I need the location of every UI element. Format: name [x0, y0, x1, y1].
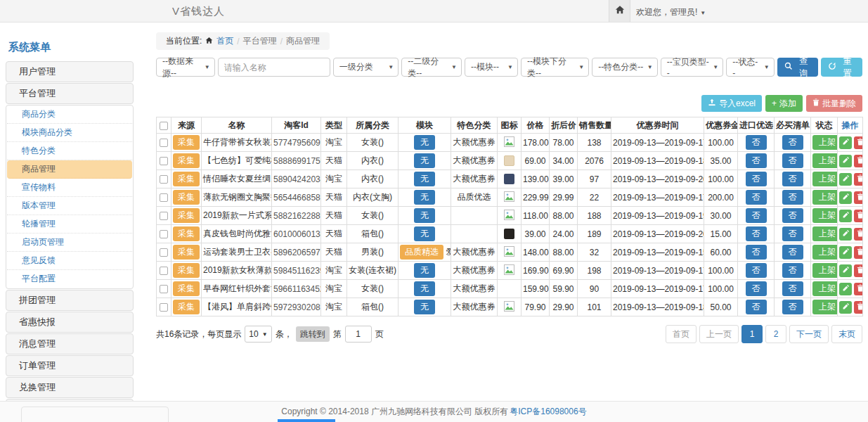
edit-button[interactable]: [839, 191, 852, 204]
row-checkbox[interactable]: [160, 285, 168, 293]
import-excel-button[interactable]: 导入excel: [701, 95, 762, 112]
must-buy-toggle-button[interactable]: 否: [782, 153, 803, 168]
filter-select-8[interactable]: --状态--▼: [726, 58, 774, 77]
add-button[interactable]: + 添加: [765, 95, 803, 112]
status-button[interactable]: 上架: [812, 281, 838, 296]
delete-button[interactable]: [854, 301, 863, 314]
page-button-首页[interactable]: 首页: [666, 325, 697, 343]
edit-button[interactable]: [839, 210, 852, 222]
imported-toggle-button[interactable]: 否: [746, 300, 767, 314]
module-none-button[interactable]: 无: [414, 300, 435, 314]
module-none-button[interactable]: 无: [414, 135, 435, 150]
module-none-button[interactable]: 无: [414, 153, 435, 168]
sidebar-subitem-1[interactable]: 商品分类: [7, 106, 132, 124]
sidebar-subitem-3[interactable]: 特色分类: [7, 142, 132, 160]
filter-select-3[interactable]: --二级分类--▼: [401, 58, 462, 77]
delete-button[interactable]: [854, 210, 863, 222]
sidebar-subitem-2[interactable]: 模块商品分类: [7, 124, 132, 142]
home-button[interactable]: [609, 0, 630, 22]
must-buy-toggle-button[interactable]: 否: [782, 226, 803, 241]
sidebar-subitem-6[interactable]: 版本管理: [7, 197, 132, 215]
sidebar-subitem-9[interactable]: 意见反馈: [7, 252, 132, 270]
filter-select-2[interactable]: 一级分类▼: [333, 58, 399, 77]
row-checkbox[interactable]: [160, 303, 168, 312]
imported-toggle-button[interactable]: 否: [746, 172, 767, 186]
imported-toggle-button[interactable]: 否: [746, 263, 767, 278]
delete-button[interactable]: [854, 136, 863, 149]
row-checkbox[interactable]: [160, 175, 168, 184]
sidebar-subitem-10[interactable]: 平台配置: [7, 270, 132, 288]
module-none-button[interactable]: 无: [414, 226, 435, 241]
row-checkbox[interactable]: [160, 193, 168, 202]
delete-button[interactable]: [854, 173, 863, 186]
delete-button[interactable]: [854, 264, 863, 277]
status-button[interactable]: 上架: [812, 190, 838, 205]
imported-toggle-button[interactable]: 否: [746, 281, 767, 296]
imported-toggle-button[interactable]: 否: [746, 208, 767, 223]
filter-select-7[interactable]: --宝贝类型--▼: [661, 58, 724, 77]
imported-toggle-button[interactable]: 否: [746, 153, 767, 168]
delete-button[interactable]: [854, 228, 863, 241]
sidebar-item-2[interactable]: 平台管理: [6, 83, 134, 104]
breadcrumb-home-link[interactable]: 首页: [216, 35, 233, 47]
status-button[interactable]: 上架: [812, 172, 838, 186]
edit-button[interactable]: [839, 246, 852, 259]
imported-toggle-button[interactable]: 否: [746, 135, 767, 150]
edit-button[interactable]: [839, 173, 852, 186]
sidebar-item-1[interactable]: 用户管理: [6, 61, 134, 82]
status-button[interactable]: 上架: [812, 245, 838, 260]
imported-toggle-button[interactable]: 否: [746, 245, 767, 260]
reset-button[interactable]: 重置: [821, 58, 862, 77]
edit-button[interactable]: [839, 301, 852, 314]
filter-select-4[interactable]: --模块--▼: [465, 58, 518, 77]
row-checkbox[interactable]: [160, 139, 168, 147]
edit-button[interactable]: [839, 136, 852, 149]
must-buy-toggle-button[interactable]: 否: [782, 281, 803, 296]
edit-button[interactable]: [839, 155, 852, 167]
row-checkbox[interactable]: [160, 267, 168, 275]
delete-button[interactable]: [854, 191, 863, 204]
page-size-select[interactable]: 10▼: [245, 326, 271, 343]
row-checkbox[interactable]: [160, 212, 168, 220]
must-buy-toggle-button[interactable]: 否: [782, 190, 803, 205]
page-button-末页[interactable]: 末页: [831, 325, 862, 343]
module-none-button[interactable]: 无: [414, 281, 435, 296]
module-none-button[interactable]: 无: [414, 208, 435, 223]
module-none-button[interactable]: 无: [414, 172, 435, 186]
name-search-input[interactable]: [218, 58, 330, 77]
status-button[interactable]: 上架: [812, 263, 838, 278]
delete-button[interactable]: [854, 283, 863, 295]
status-button[interactable]: 上架: [812, 135, 838, 150]
delete-button[interactable]: [854, 155, 863, 167]
page-button-上一页[interactable]: 上一页: [699, 325, 739, 343]
row-checkbox[interactable]: [160, 157, 168, 165]
status-button[interactable]: 上架: [812, 226, 838, 241]
filter-select-1[interactable]: --数据来源--▼: [156, 58, 215, 77]
sidebar-subitem-4[interactable]: 商品管理: [7, 160, 132, 179]
sidebar-item-6[interactable]: 订单管理: [6, 355, 134, 376]
edit-button[interactable]: [839, 283, 852, 295]
edit-button[interactable]: [839, 228, 852, 241]
filter-select-5[interactable]: --模块下分类--▼: [521, 58, 589, 77]
sidebar-item-3[interactable]: 拼团管理: [6, 290, 134, 311]
page-button-下一页[interactable]: 下一页: [789, 325, 829, 343]
status-button[interactable]: 上架: [812, 300, 838, 314]
must-buy-toggle-button[interactable]: 否: [782, 172, 803, 186]
jump-button[interactable]: 跳转到: [296, 326, 330, 342]
search-button[interactable]: 查询: [777, 58, 819, 77]
status-button[interactable]: 上架: [812, 153, 838, 168]
must-buy-toggle-button[interactable]: 否: [782, 208, 803, 223]
sidebar-subitem-5[interactable]: 宣传物料: [7, 179, 132, 197]
row-checkbox[interactable]: [160, 230, 168, 238]
jump-page-input[interactable]: [345, 326, 372, 343]
module-none-button[interactable]: 无: [414, 263, 435, 278]
select-all-checkbox[interactable]: [160, 122, 168, 130]
sidebar-item-7[interactable]: 兑换管理: [6, 377, 134, 398]
page-button-1[interactable]: 1: [741, 325, 763, 343]
edit-button[interactable]: [839, 264, 852, 277]
user-menu[interactable]: 欢迎您，管理员!▼: [636, 6, 706, 18]
imported-toggle-button[interactable]: 否: [746, 190, 767, 205]
imported-toggle-button[interactable]: 否: [746, 226, 767, 241]
sidebar-subitem-7[interactable]: 轮播管理: [7, 215, 132, 234]
page-button-2[interactable]: 2: [765, 325, 786, 343]
